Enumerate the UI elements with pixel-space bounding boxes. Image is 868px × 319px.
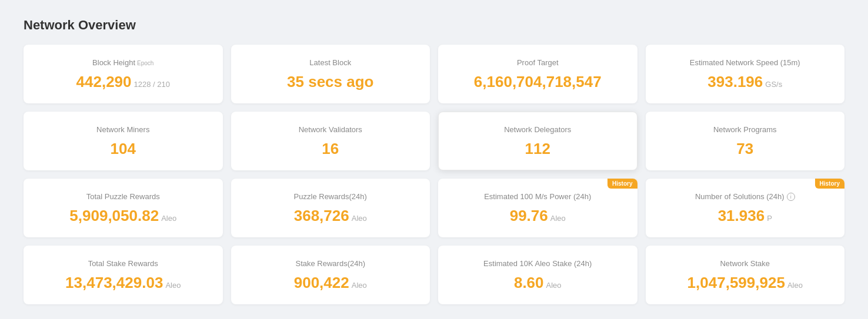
card-value-total-stake-rewards: 13,473,429.03Aleo — [65, 274, 181, 292]
card-unit-total-stake-rewards: Aleo — [165, 281, 181, 290]
card-label-network-delegators: Network Delegators — [504, 125, 571, 134]
card-unit-stake-rewards-24h: Aleo — [352, 281, 367, 290]
card-label-block-height: Block HeightEpoch — [92, 58, 153, 67]
card-label-puzzle-rewards-24h: Puzzle Rewards(24h) — [294, 192, 367, 201]
card-value-block-height: 442,2901228 / 210 — [76, 73, 170, 91]
card-block-height: Block HeightEpoch442,2901228 / 210 — [24, 45, 223, 103]
card-network-miners: Network Miners104 — [24, 112, 223, 170]
history-badge-number-of-solutions[interactable]: History — [815, 179, 844, 189]
card-value-network-delegators: 112 — [525, 140, 550, 158]
stats-grid: Block HeightEpoch442,2901228 / 210Latest… — [24, 45, 844, 304]
card-unit-estimated-100-mhs-power: Aleo — [550, 214, 566, 223]
card-label-network-validators: Network Validators — [299, 125, 362, 134]
card-value-total-puzzle-rewards: 5,909,050.82Aleo — [69, 207, 176, 225]
card-total-stake-rewards: Total Stake Rewards13,473,429.03Aleo — [24, 246, 223, 304]
card-label-network-miners: Network Miners — [96, 125, 149, 134]
card-label-estimated-10k-aleo-stake: Estimated 10K Aleo Stake (24h) — [483, 259, 592, 268]
card-value-proof-target: 6,160,704,718,547 — [474, 73, 602, 91]
card-value-network-validators: 16 — [322, 140, 339, 158]
card-unit-total-puzzle-rewards: Aleo — [161, 214, 176, 223]
card-label-proof-target: Proof Target — [517, 58, 559, 67]
card-value-estimated-100-mhs-power: 99.76Aleo — [510, 207, 566, 225]
card-number-of-solutions: HistoryNumber of Solutions (24h)i31.936P — [646, 179, 845, 237]
card-estimated-network-speed: Estimated Network Speed (15m)393.196GS/s — [646, 45, 845, 103]
card-label-stake-rewards-24h: Stake Rewards(24h) — [296, 259, 366, 268]
card-unit-estimated-network-speed: GS/s — [765, 80, 782, 89]
card-value-puzzle-rewards-24h: 368,726Aleo — [294, 207, 367, 225]
card-unit-puzzle-rewards-24h: Aleo — [352, 214, 367, 223]
card-value-sub-block-height: 1228 / 210 — [134, 80, 170, 89]
card-value-estimated-10k-aleo-stake: 8.60Aleo — [514, 274, 562, 292]
card-label-total-puzzle-rewards: Total Puzzle Rewards — [86, 192, 160, 201]
epoch-label: Epoch — [137, 60, 153, 66]
card-value-number-of-solutions: 31.936P — [718, 207, 772, 225]
card-puzzle-rewards-24h: Puzzle Rewards(24h)368,726Aleo — [231, 179, 430, 237]
card-unit-estimated-10k-aleo-stake: Aleo — [546, 281, 562, 290]
card-value-estimated-network-speed: 393.196GS/s — [707, 73, 782, 91]
card-unit-number-of-solutions: P — [767, 214, 772, 223]
card-estimated-100-mhs-power: HistoryEstimated 100 M/s Power (24h)99.7… — [438, 179, 637, 237]
card-network-delegators: Network Delegators112 — [438, 112, 637, 170]
card-label-number-of-solutions: Number of Solutions (24h)i — [695, 192, 795, 202]
card-label-estimated-network-speed: Estimated Network Speed (15m) — [690, 58, 800, 67]
card-latest-block: Latest Block35 secs ago — [231, 45, 430, 103]
card-estimated-10k-aleo-stake: Estimated 10K Aleo Stake (24h)8.60Aleo — [438, 246, 637, 304]
history-badge-estimated-100-mhs-power[interactable]: History — [607, 179, 637, 189]
card-network-validators: Network Validators16 — [231, 112, 430, 170]
card-unit-network-stake: Aleo — [787, 281, 803, 290]
card-label-network-stake: Network Stake — [720, 259, 770, 268]
card-label-total-stake-rewards: Total Stake Rewards — [88, 259, 158, 268]
card-value-network-stake: 1,047,599,925Aleo — [687, 274, 803, 292]
card-value-latest-block: 35 secs ago — [287, 73, 373, 91]
card-total-puzzle-rewards: Total Puzzle Rewards5,909,050.82Aleo — [24, 179, 223, 237]
card-label-network-programs: Network Programs — [713, 125, 777, 134]
card-value-network-programs: 73 — [736, 140, 753, 158]
card-proof-target: Proof Target6,160,704,718,547 — [438, 45, 637, 103]
card-stake-rewards-24h: Stake Rewards(24h)900,422Aleo — [231, 246, 430, 304]
info-icon: i — [787, 193, 795, 201]
card-value-network-miners: 104 — [111, 140, 136, 158]
card-network-stake: Network Stake1,047,599,925Aleo — [646, 246, 845, 304]
page-title: Network Overview — [24, 18, 844, 33]
card-network-programs: Network Programs73 — [646, 112, 845, 170]
card-label-estimated-100-mhs-power: Estimated 100 M/s Power (24h) — [484, 192, 591, 201]
card-label-latest-block: Latest Block — [309, 58, 351, 67]
card-value-stake-rewards-24h: 900,422Aleo — [294, 274, 367, 292]
